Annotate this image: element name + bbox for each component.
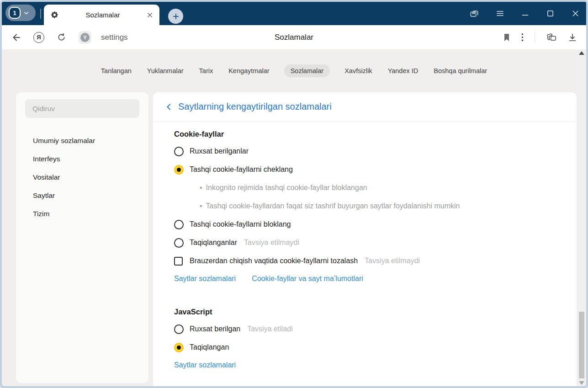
yandex-letter: Я bbox=[37, 34, 41, 41]
settings-favicon-icon: Y bbox=[80, 33, 90, 42]
address-input[interactable]: settings bbox=[101, 33, 128, 42]
title-bar: 1 Sozlamalar bbox=[2, 2, 586, 25]
settings-page: TanlanganYuklanmalarTarixKengaytmalarSoz… bbox=[2, 49, 586, 386]
nav-tab-kengaytmalar[interactable]: Kengaytmalar bbox=[228, 64, 270, 77]
option-hint: Tavsiya etiladi bbox=[247, 325, 293, 333]
tab-count-badge: 1 bbox=[9, 7, 21, 19]
bookmark-icon[interactable] bbox=[503, 33, 510, 42]
section-links: Saytlar sozlamalari bbox=[174, 361, 558, 369]
search-input[interactable] bbox=[25, 99, 139, 118]
scrollbar-down-arrow-icon[interactable] bbox=[579, 381, 584, 385]
scrollbar-thumb[interactable] bbox=[579, 312, 584, 378]
radio-option-ruxsat-berilganlar[interactable]: Ruxsat berilganlar bbox=[174, 142, 558, 160]
radio-option-tashqi-cookie-fayllarni-bloklang[interactable]: Tashqi cookie-fayllarni bloklang bbox=[174, 215, 558, 234]
tab-count: 1 bbox=[13, 10, 16, 16]
nav-tab-yuklanmalar[interactable]: Yuklanmalar bbox=[146, 64, 185, 77]
option-label: Taqiqlanganlar bbox=[190, 239, 237, 247]
section-page-title: Saytlarning kengaytirilgan sozlamalari bbox=[178, 101, 332, 112]
chevron-down-icon bbox=[23, 10, 29, 16]
nav-tab-tanlangan[interactable]: Tanlangan bbox=[100, 64, 132, 77]
back-to-sites-header[interactable]: Saytlarning kengaytirilgan sozlamalari bbox=[153, 92, 577, 122]
page-favicon: Y bbox=[79, 31, 91, 44]
side-panels-icon[interactable] bbox=[470, 9, 479, 18]
option-note: Tashqi cookie-fayllardan faqat siz tashr… bbox=[174, 197, 558, 215]
yandex-logo-icon[interactable]: Я bbox=[33, 32, 44, 43]
settings-nav: TanlanganYuklanmalarTarixKengaytmalarSoz… bbox=[2, 49, 586, 77]
new-tab-button[interactable] bbox=[168, 9, 183, 24]
option-label: Brauzerdan chiqish vaqtida cookie-faylla… bbox=[190, 257, 358, 265]
nav-tab-xavfsizlik[interactable]: Xavfsizlik bbox=[344, 64, 373, 77]
sidebar-list: Umumiy sozlamalarInterfeysVositalarSaytl… bbox=[16, 132, 148, 223]
checkbox-icon[interactable] bbox=[174, 257, 183, 266]
radio-icon[interactable] bbox=[174, 343, 184, 352]
section-title: JavaScript bbox=[174, 308, 558, 316]
radio-icon[interactable] bbox=[174, 324, 184, 334]
menu-icon[interactable] bbox=[496, 9, 504, 18]
scrollbar-up-arrow-icon[interactable] bbox=[579, 51, 584, 55]
browser-window: 1 Sozlamalar bbox=[0, 0, 588, 388]
download-icon[interactable] bbox=[568, 33, 577, 42]
titlebar-separator bbox=[40, 9, 41, 19]
option-label: Tashqi cookie-fayllarni cheklang bbox=[190, 165, 293, 174]
collections-icon[interactable] bbox=[546, 32, 557, 43]
option-label: Ruxsat berilgan bbox=[190, 325, 240, 333]
tab-close-icon[interactable] bbox=[147, 12, 153, 18]
link-saytlar-sozlamalari[interactable]: Saytlar sozlamalari bbox=[174, 361, 236, 369]
sidebar-item-vositalar[interactable]: Vositalar bbox=[16, 168, 148, 186]
option-label: Taqiqlangan bbox=[190, 343, 229, 351]
close-icon[interactable] bbox=[571, 9, 580, 18]
settings-sidebar: Umumiy sozlamalarInterfeysVositalarSaytl… bbox=[16, 92, 148, 383]
link-cookie-fayllar-va-sayt-ma-lumotlari[interactable]: Cookie-fayllar va sayt maʼlumotlari bbox=[252, 275, 363, 283]
page-scrollbar[interactable] bbox=[577, 49, 586, 386]
toolbar-separator bbox=[535, 32, 535, 43]
address-toolbar: Я Y settings Sozlamalar bbox=[2, 25, 586, 49]
option-hint: Tavsiya etilmaydi bbox=[365, 257, 420, 265]
section-title: Cookie-fayllar bbox=[174, 130, 558, 138]
radio-icon[interactable] bbox=[174, 147, 184, 156]
radio-option-taqiqlanganlar[interactable]: TaqiqlanganlarTavsiya etilmaydi bbox=[174, 234, 558, 252]
maximize-icon[interactable] bbox=[546, 9, 555, 18]
nav-tab-tarix[interactable]: Tarix bbox=[198, 64, 214, 77]
option-label: Tashqi cookie-fayllarni bloklang bbox=[190, 220, 291, 229]
browser-tab-sozlamalar[interactable]: Sozlamalar bbox=[44, 5, 159, 25]
gear-icon bbox=[50, 11, 59, 19]
option-hint: Tavsiya etilmaydi bbox=[244, 239, 299, 247]
tab-counter-button[interactable]: 1 bbox=[5, 5, 36, 21]
section-cookie-fayllar: Cookie-fayllarRuxsat berilganlarTashqi c… bbox=[174, 130, 558, 283]
window-controls bbox=[470, 2, 580, 25]
refresh-icon[interactable] bbox=[57, 32, 66, 42]
checkbox-option-brauzerdan-chiqish-vaqtida-cookie-fayllarni-tozalash[interactable]: Brauzerdan chiqish vaqtida cookie-faylla… bbox=[174, 252, 558, 270]
sidebar-item-interfeys[interactable]: Interfeys bbox=[16, 150, 148, 168]
back-icon[interactable] bbox=[11, 32, 21, 43]
section-javascript: JavaScriptRuxsat berilganTavsiya etiladi… bbox=[174, 308, 558, 369]
sidebar-item-tizim[interactable]: Tizim bbox=[16, 205, 148, 223]
sidebar-item-saytlar[interactable]: Saytlar bbox=[16, 186, 148, 205]
radio-option-taqiqlangan[interactable]: Taqiqlangan bbox=[174, 338, 558, 356]
nav-tab-yandex-id[interactable]: Yandex ID bbox=[387, 64, 419, 77]
radio-icon[interactable] bbox=[174, 165, 184, 175]
settings-sections: Cookie-fayllarRuxsat berilganlarTashqi c… bbox=[153, 122, 577, 369]
section-links: Saytlar sozlamalariCookie-fayllar va say… bbox=[174, 275, 558, 283]
radio-option-ruxsat-berilgan[interactable]: Ruxsat berilganTavsiya etiladi bbox=[174, 320, 558, 338]
link-saytlar-sozlamalari[interactable]: Saytlar sozlamalari bbox=[174, 275, 236, 283]
back-chevron-icon[interactable] bbox=[165, 103, 173, 111]
nav-tab-sozlamalar[interactable]: Sozlamalar bbox=[284, 64, 330, 77]
radio-icon[interactable] bbox=[174, 238, 184, 248]
sidebar-item-umumiy-sozlamalar[interactable]: Umumiy sozlamalar bbox=[16, 132, 148, 150]
favicon-letter: Y bbox=[83, 35, 86, 40]
nav-tab-boshqa-qurilmalar[interactable]: Boshqa qurilmalar bbox=[433, 64, 488, 77]
radio-option-tashqi-cookie-fayllarni-cheklang[interactable]: Tashqi cookie-fayllarni cheklang bbox=[174, 160, 558, 179]
more-options-icon[interactable] bbox=[521, 33, 524, 42]
minimize-icon[interactable] bbox=[521, 9, 530, 18]
radio-icon[interactable] bbox=[174, 220, 184, 229]
option-label: Ruxsat berilganlar bbox=[190, 147, 249, 155]
tab-title: Sozlamalar bbox=[59, 11, 147, 19]
option-note: Inkognito rejimida tashqi cookie-fayllar… bbox=[174, 179, 558, 197]
settings-main-card: Saytlarning kengaytirilgan sozlamalari C… bbox=[153, 92, 577, 386]
